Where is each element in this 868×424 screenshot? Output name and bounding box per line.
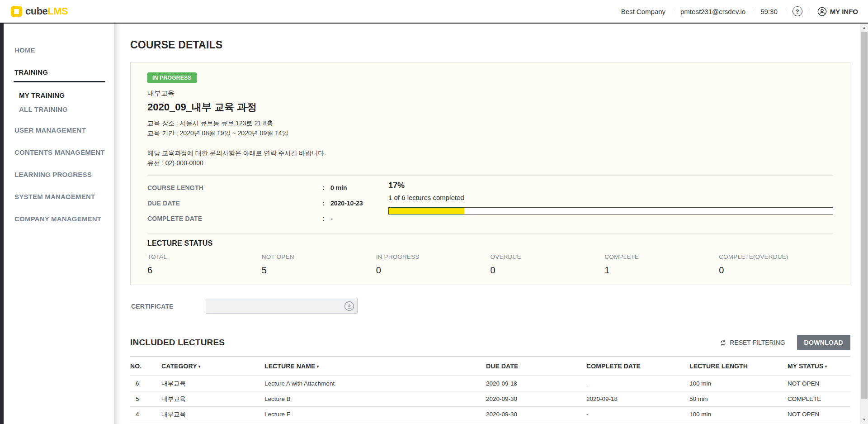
lecture-row[interactable]: 3 내부교육 Lecture E 2020-10-15 - 50 min NOT… xyxy=(130,422,850,424)
cell-my-status: NOT OPEN xyxy=(788,376,850,391)
cell-lecture-length: 100 min xyxy=(689,376,788,391)
lecture-status-stat: NOT OPEN 5 xyxy=(262,253,376,276)
stat-label: COMPLETE(OVERDUE) xyxy=(719,253,833,260)
table-column-header[interactable]: LECTURE LENGTH▾ xyxy=(689,357,788,376)
column-label: LECTURE NAME xyxy=(264,362,315,370)
app-logo[interactable]: cubeLMS xyxy=(11,5,68,17)
lecture-row[interactable]: 4 내부교육 Lecture F 2020-09-30 - 100 min NO… xyxy=(130,407,850,422)
company-name: Best Company xyxy=(621,8,665,15)
detail-value: - xyxy=(330,215,333,222)
stat-label: COMPLETE xyxy=(604,253,719,260)
course-detail-row: COMPLETE DATE : - xyxy=(147,211,388,226)
page-title: COURSE DETAILS xyxy=(130,39,850,51)
certificate-download-icon[interactable] xyxy=(344,301,354,311)
stat-value: 0 xyxy=(719,265,833,276)
scrollbar-thumb[interactable] xyxy=(861,32,868,399)
reset-filtering-label: RESET FILTERING xyxy=(730,339,785,346)
sidebar-item[interactable]: ALL TRAINING xyxy=(14,102,105,116)
cell-category: 내부교육 xyxy=(161,407,264,422)
lecture-row[interactable]: 6 내부교육 Lecture A with Attachment 2020-09… xyxy=(130,376,850,391)
scrollbar-up-icon[interactable]: ▲ xyxy=(860,24,868,32)
detail-value: 2020-10-23 xyxy=(330,200,363,207)
header-separator xyxy=(673,8,673,14)
column-label: LECTURE LENGTH xyxy=(689,362,748,370)
logo-text-lms: LMS xyxy=(47,5,68,17)
included-lectures-title: INCLUDED LECTURES xyxy=(130,338,225,348)
detail-label: DUE DATE xyxy=(147,200,322,207)
sidebar-item-label: CONTENTS MANAGEMENT xyxy=(14,148,105,156)
course-detail-row: DUE DATE : 2020-10-23 xyxy=(147,195,388,211)
stat-value: 0 xyxy=(490,265,604,276)
scrollbar-down-icon[interactable]: ▼ xyxy=(860,416,868,424)
reset-filtering-button[interactable]: RESET FILTERING xyxy=(720,339,785,346)
course-title: 2020_09_내부 교육 과정 xyxy=(147,100,833,114)
card-divider xyxy=(147,175,833,176)
vertical-scrollbar[interactable]: ▲ ▼ xyxy=(860,24,868,424)
stat-label: NOT OPEN xyxy=(262,253,376,260)
sidebar-item-label: SYSTEM MANAGEMENT xyxy=(14,193,95,200)
user-avatar-icon xyxy=(817,7,827,16)
course-progress: 17% 1 of 6 lectures completed xyxy=(388,180,833,226)
sort-down-icon: ▾ xyxy=(198,364,201,369)
sidebar-item-label: MY TRAINING xyxy=(19,91,65,99)
progress-bar xyxy=(388,207,833,214)
help-icon[interactable]: ? xyxy=(793,6,802,16)
sidebar-item[interactable]: LEARNING PROGRESS xyxy=(14,166,105,183)
my-info-button[interactable]: MY INFO xyxy=(817,7,858,16)
cell-lecture-name[interactable]: Lecture B xyxy=(264,391,486,407)
sidebar-item[interactable]: MY TRAINING xyxy=(14,88,105,102)
cell-category: 내부교육 xyxy=(161,422,264,424)
session-timer: 59:30 xyxy=(760,8,778,15)
stat-value: 1 xyxy=(604,265,719,276)
cell-complete-date: 2020-09-18 xyxy=(586,391,689,407)
logo-text-cube: cube xyxy=(25,5,47,17)
sidebar-item[interactable]: TRAINING xyxy=(14,64,105,82)
certificate-label: CERTIFICATE xyxy=(130,303,206,310)
table-column-header[interactable]: LECTURE NAME▾ xyxy=(264,357,486,376)
cell-no: 6 xyxy=(130,376,161,391)
lectures-table: NO.▾ CATEGORY▾ LECTURE NAME▾ xyxy=(130,356,850,424)
cube-logo-icon xyxy=(11,6,22,17)
table-column-header[interactable]: NO.▾ xyxy=(130,357,161,376)
column-label: DUE DATE xyxy=(486,362,518,370)
course-location: 교육 장소 : 서울시 큐브동 큐브 123로 21 8층 xyxy=(147,118,833,128)
cell-my-status: COMPLETE xyxy=(788,391,850,407)
cell-lecture-name[interactable]: Lecture E xyxy=(264,422,486,424)
lecture-status-stat: OVERDUE 0 xyxy=(490,253,604,276)
table-column-header[interactable]: MY STATUS▾ xyxy=(788,357,850,376)
course-category: 내부교육 xyxy=(147,89,833,98)
refresh-icon xyxy=(720,339,726,346)
sidebar-item[interactable]: COMPANY MANAGEMENT xyxy=(14,210,105,227)
app-root: cubeLMS Best Company pmtest231@crsdev.io… xyxy=(0,0,868,424)
cell-no: 4 xyxy=(130,407,161,422)
certificate-field[interactable] xyxy=(206,299,358,314)
cell-lecture-name[interactable]: Lecture A with Attachment xyxy=(264,376,486,391)
cell-category: 내부교육 xyxy=(161,376,264,391)
detail-label: COMPLETE DATE xyxy=(147,215,322,222)
my-info-label: MY INFO xyxy=(830,8,858,15)
sidebar-item[interactable]: SYSTEM MANAGEMENT xyxy=(14,188,105,205)
header-separator xyxy=(753,8,753,14)
status-badge: IN PROGRESS xyxy=(147,72,197,83)
cell-due-date: 2020-09-30 xyxy=(486,407,586,422)
sidebar-item[interactable]: HOME xyxy=(14,42,105,58)
course-detail-row: COURSE LENGTH : 0 min xyxy=(147,180,388,195)
cell-lecture-name[interactable]: Lecture F xyxy=(264,407,486,422)
table-column-header[interactable]: COMPLETE DATE▾ xyxy=(586,357,689,376)
lecture-row[interactable]: 5 내부교육 Lecture B 2020-09-30 2020-09-18 5… xyxy=(130,391,850,407)
table-column-header[interactable]: CATEGORY▾ xyxy=(161,357,264,376)
course-period: 교육 기간 : 2020년 08월 19일 ~ 2020년 09월 14일 xyxy=(147,128,833,138)
cell-lecture-length: 50 min xyxy=(689,391,788,407)
certificate-section: CERTIFICATE xyxy=(130,299,850,314)
sidebar-item[interactable]: USER MANAGEMENT xyxy=(14,122,105,138)
sidebar-item[interactable]: CONTENTS MANAGEMENT xyxy=(14,144,105,161)
header-separator xyxy=(785,8,785,14)
table-column-header[interactable]: DUE DATE▾ xyxy=(486,357,586,376)
column-label: NO. xyxy=(130,362,142,370)
header-right: Best Company pmtest231@crsdev.io 59:30 ?… xyxy=(621,6,858,16)
download-button[interactable]: DOWNLOAD xyxy=(797,335,850,350)
column-label: COMPLETE DATE xyxy=(586,362,641,370)
lecture-status-stats: TOTAL 6 NOT OPEN 5 IN PROGRESS 0 xyxy=(147,253,833,276)
column-label: MY STATUS xyxy=(788,362,823,370)
lecture-status-stat: IN PROGRESS 0 xyxy=(376,253,491,276)
